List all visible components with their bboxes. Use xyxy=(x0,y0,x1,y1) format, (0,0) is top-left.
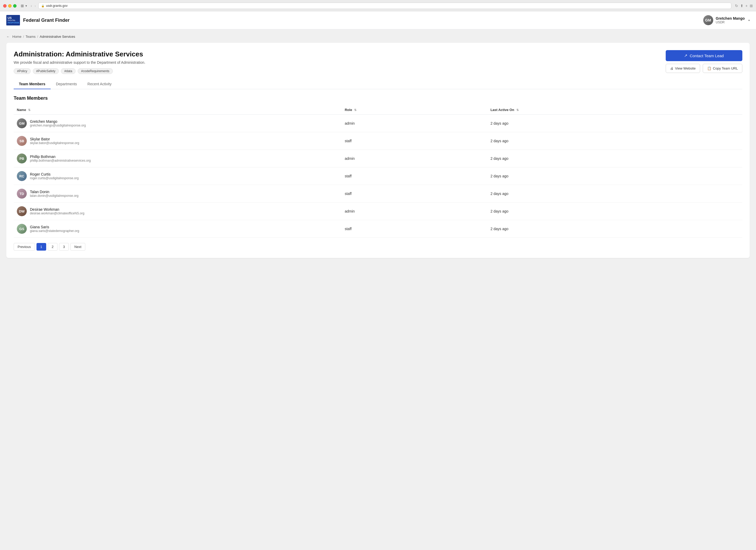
previous-button[interactable]: Previous xyxy=(14,243,35,251)
share-button[interactable]: ⬆ xyxy=(740,4,743,8)
tab-departments[interactable]: Departments xyxy=(51,79,82,89)
sort-role-icon[interactable]: ⇅ xyxy=(354,108,356,112)
member-role: admin xyxy=(342,150,487,168)
reload-button[interactable]: ↻ xyxy=(735,4,738,8)
address-bar[interactable]: 🔒 usdr.grants.gov xyxy=(38,3,731,9)
member-role: staff xyxy=(342,220,487,238)
back-arrow-icon[interactable]: ← xyxy=(6,35,10,39)
member-last-active: 2 days ago xyxy=(487,220,742,238)
member-last-active: 2 days ago xyxy=(487,168,742,185)
member-avatar: DW xyxy=(17,206,27,216)
back-button[interactable]: ‹ xyxy=(30,3,33,8)
view-website-button[interactable]: 🖨 View Website xyxy=(666,64,700,73)
fullscreen-button[interactable] xyxy=(13,4,17,8)
view-website-label: View Website xyxy=(675,66,696,70)
breadcrumb-home[interactable]: Home xyxy=(12,35,22,39)
avatar: GM xyxy=(703,15,713,25)
member-avatar: PB xyxy=(17,154,27,164)
member-role: admin xyxy=(342,203,487,220)
minimize-button[interactable] xyxy=(8,4,12,8)
member-cell: TD Talan Donin talan.donin@usdigitalresp… xyxy=(17,189,338,199)
member-role: admin xyxy=(342,115,487,132)
tab-recent-activity[interactable]: Recent Activity xyxy=(82,79,117,89)
breadcrumb-sep-1: / xyxy=(23,35,24,39)
table-row: PB Phillip Bothman phillip.bothman@admin… xyxy=(14,150,742,168)
table-row: GS Giana Saris giana.saris@statedemograp… xyxy=(14,220,742,238)
user-org: USDR xyxy=(716,20,725,24)
member-email: desirae.workman@climateofficeNS.org xyxy=(30,212,84,215)
logo-area: US DIGITAL RESPONSE Federal Grant Finder xyxy=(6,15,70,25)
logo: US DIGITAL RESPONSE xyxy=(6,15,20,25)
breadcrumb-teams[interactable]: Teams xyxy=(25,35,35,39)
members-table: Name ⇅ Role ⇅ Last Active On ⇅ xyxy=(14,105,742,238)
member-avatar: GS xyxy=(17,224,27,234)
add-tab-button[interactable]: + xyxy=(745,4,748,8)
close-button[interactable] xyxy=(3,4,7,8)
member-avatar: TD xyxy=(17,189,27,199)
browser-chrome: ⊞ ▾ ‹ › 🔒 usdr.grants.gov ↻ ⬆ + ⊞ xyxy=(0,0,756,11)
member-last-active: 2 days ago xyxy=(487,150,742,168)
team-description: We provide fiscal and administrative sup… xyxy=(14,60,666,65)
col-last-active: Last Active On ⇅ xyxy=(487,105,742,115)
lock-icon: 🔒 xyxy=(41,4,44,7)
tag-publicsafety: #PublicSafety xyxy=(33,68,59,74)
copy-team-url-button[interactable]: 📋 Copy Team URL xyxy=(703,64,742,73)
app-title: Federal Grant Finder xyxy=(23,18,70,23)
next-button[interactable]: Next xyxy=(70,243,85,251)
user-menu[interactable]: GM Gretchen Mango USDR ▾ xyxy=(703,15,750,25)
member-role: staff xyxy=(342,168,487,185)
member-last-active: 2 days ago xyxy=(487,203,742,220)
page-3-button[interactable]: 3 xyxy=(59,243,69,251)
member-cell: GS Giana Saris giana.saris@statedemograp… xyxy=(17,224,338,234)
member-email: skylar.bator@usdigitalresponse.org xyxy=(30,141,79,145)
member-name: Gretchen Mango xyxy=(30,119,86,124)
card-actions: ↗ Contact Team Lead 🖨 View Website 📋 Cop… xyxy=(666,50,742,73)
member-last-active: 2 days ago xyxy=(487,185,742,203)
page-2-button[interactable]: 2 xyxy=(48,243,57,251)
member-name: Phillip Bothman xyxy=(30,155,91,159)
sort-last-active-icon[interactable]: ⇅ xyxy=(516,108,519,112)
tag-policy: #Policy xyxy=(14,68,31,74)
member-name: Roger Curtis xyxy=(30,172,79,176)
tabs: Team Members Departments Recent Activity xyxy=(14,79,742,89)
card-header: Administration: Administrative Services … xyxy=(14,50,742,74)
breadcrumb: ← Home / Teams / Administrative Services xyxy=(6,35,750,39)
pagination: Previous 1 2 3 Next xyxy=(14,243,742,251)
logo-response: RESPONSE xyxy=(8,22,19,24)
member-name: Giana Saris xyxy=(30,225,79,229)
sort-name-icon[interactable]: ⇅ xyxy=(28,108,30,112)
member-last-active: 2 days ago xyxy=(487,132,742,150)
tab-grid-icon[interactable]: ▾ xyxy=(25,4,27,8)
contact-team-lead-button[interactable]: ↗ Contact Team Lead xyxy=(666,50,742,61)
member-cell: RC Roger Curtis roger.curtis@usdigitalre… xyxy=(17,171,338,181)
extensions-button[interactable]: ⊞ xyxy=(750,4,753,8)
main-card: Administration: Administrative Services … xyxy=(6,43,750,258)
member-avatar: RC xyxy=(17,171,27,181)
copy-icon: 📋 xyxy=(707,66,711,70)
page-1-button[interactable]: 1 xyxy=(36,243,46,251)
member-email: talan.donin@usdigitalresponse.org xyxy=(30,194,78,198)
breadcrumb-current: Administrative Services xyxy=(40,35,75,39)
team-members-section: Team Members Name ⇅ Role ⇅ Last Activ xyxy=(14,96,742,251)
tab-team-members[interactable]: Team Members xyxy=(14,79,51,89)
secondary-actions: 🖨 View Website 📋 Copy Team URL xyxy=(666,64,742,73)
member-avatar: SB xyxy=(17,136,27,146)
website-icon: 🖨 xyxy=(670,66,674,70)
forward-button[interactable]: › xyxy=(34,3,37,8)
table-row: SB Skylar Bator skylar.bator@usdigitalre… xyxy=(14,132,742,150)
table-row: TD Talan Donin talan.donin@usdigitalresp… xyxy=(14,185,742,203)
member-role: staff xyxy=(342,132,487,150)
member-cell: PB Phillip Bothman phillip.bothman@admin… xyxy=(17,154,338,164)
team-title: Administration: Administrative Services xyxy=(14,50,666,58)
col-role: Role ⇅ xyxy=(342,105,487,115)
col-name: Name ⇅ xyxy=(14,105,342,115)
sidebar-toggle-icon[interactable]: ⊞ xyxy=(21,4,24,8)
member-email: giana.saris@statedemographer.org xyxy=(30,229,79,233)
team-info: Administration: Administrative Services … xyxy=(14,50,666,74)
member-email: roger.curtis@usdigitalresponse.org xyxy=(30,176,79,180)
user-name: Gretchen Mango xyxy=(716,16,745,20)
contact-lead-label: Contact Team Lead xyxy=(690,54,724,58)
table-row: DW Desirae Workman desirae.workman@clima… xyxy=(14,203,742,220)
table-row: GM Gretchen Mango gretchen.mango@usdigit… xyxy=(14,115,742,132)
external-link-icon: ↗ xyxy=(684,53,687,58)
